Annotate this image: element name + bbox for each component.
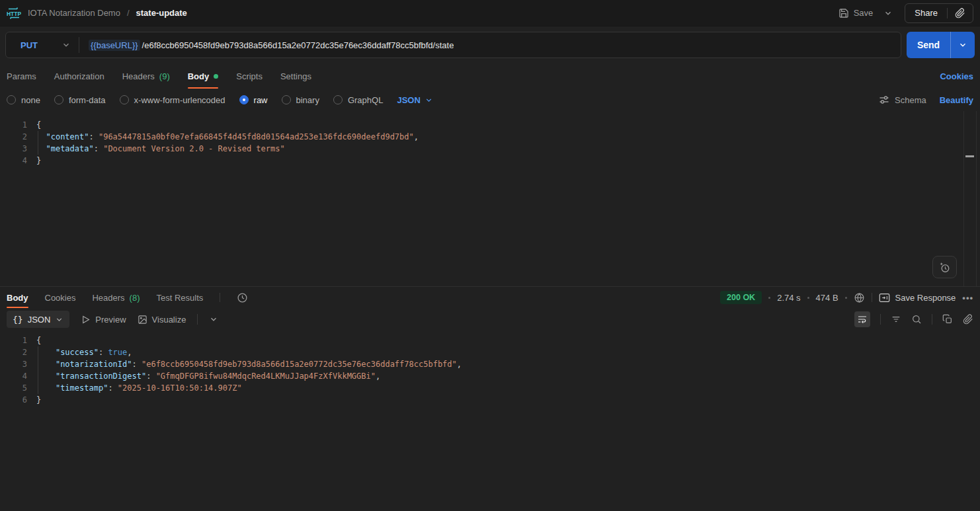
code-line: 4 "transactionDigest": "GfmqDFGP8ifwu84M… (0, 370, 980, 382)
url-bar: PUT {{baseURL}} /e6f8ccb6950458fd9eb793d… (5, 32, 901, 58)
method-dropdown[interactable]: PUT (6, 40, 79, 50)
save-options-button[interactable] (878, 5, 898, 22)
top-bar-actions: Save Share (833, 3, 973, 23)
cookies-link[interactable]: Cookies (940, 71, 973, 81)
image-icon (138, 315, 147, 325)
schema-label: Schema (895, 95, 926, 105)
chevron-down-icon (883, 9, 893, 18)
body-type-radio-graphql[interactable]: GraphQL (333, 95, 383, 105)
copy-button[interactable] (942, 314, 953, 325)
body-type-radio-binary[interactable]: binary (282, 95, 319, 105)
line-number: 1 (0, 334, 27, 346)
dot-separator (768, 297, 770, 299)
filter-button[interactable] (891, 314, 901, 325)
base-url-variable[interactable]: {{baseURL}} (89, 40, 140, 51)
indent-guide (38, 346, 38, 394)
tab-authorization[interactable]: Authorization (54, 63, 104, 89)
preview-button[interactable]: Preview (81, 315, 126, 325)
tab-body[interactable]: Body (188, 63, 219, 89)
radio-icon (282, 95, 291, 104)
line-content: "metadata": "Document Version 2.0 - Revi… (27, 143, 285, 155)
response-tab-headers[interactable]: Headers (8) (92, 287, 140, 308)
method-label: PUT (20, 40, 38, 50)
request-body-code: 1{2 "content": "96a5447815a0bf0e7efa6684… (0, 119, 980, 167)
response-body-code: 1{2 "success": true,3 "notarizationId": … (0, 334, 980, 406)
tab-label: Body (7, 293, 28, 303)
visualize-label: Visualize (152, 315, 186, 325)
tab-settings[interactable]: Settings (280, 63, 311, 89)
line-content: "notarizationId": "e6f8ccb6950458fd9eb79… (27, 358, 462, 370)
tab-label: Cookies (45, 293, 76, 303)
copy-link-button[interactable] (948, 8, 973, 19)
body-type-radio-urlencoded[interactable]: x-www-form-urlencoded (120, 95, 225, 105)
request-body-editor[interactable]: 1{2 "content": "96a5447815a0bf0e7efa6684… (0, 111, 980, 286)
beautify-button[interactable]: Beautify (940, 95, 973, 105)
response-meta: 200 OK 2.74 s 474 B (720, 291, 973, 304)
response-format-select[interactable]: {} JSON (7, 311, 69, 328)
chevron-down-icon (55, 315, 63, 324)
preview-label: Preview (95, 315, 126, 325)
divider (932, 314, 932, 325)
send-options-button[interactable] (950, 32, 975, 58)
link-button[interactable] (963, 314, 973, 325)
visualize-options-button[interactable] (209, 315, 218, 324)
response-body-viewer[interactable]: 1{2 "success": true,3 "notarizationId": … (0, 331, 980, 511)
url-input[interactable]: {{baseURL}} /e6f8ccb6950458fd9eb793d8a56… (79, 40, 454, 51)
app-window: HTTP IOTA Notarization Demo / state-upda… (0, 0, 980, 511)
schema-button[interactable]: Schema (879, 95, 926, 105)
sliders-icon (879, 95, 889, 105)
response-tab-cookies[interactable]: Cookies (45, 287, 76, 308)
code-line: 5 "timestamp": "2025-10-16T10:50:14.907Z… (0, 382, 980, 394)
save-button[interactable]: Save (833, 4, 879, 22)
body-language-select[interactable]: JSON (397, 95, 432, 105)
editor-scroll-edge (976, 111, 977, 286)
line-number: 5 (0, 382, 27, 394)
chevron-down-icon (425, 96, 433, 104)
send-button[interactable]: Send (907, 32, 950, 58)
body-type-radio-none[interactable]: none (7, 95, 40, 105)
line-content: "success": true, (27, 346, 132, 358)
tab-label: Authorization (54, 71, 104, 81)
response-time: 2.74 s (777, 293, 800, 303)
paperclip-icon (955, 8, 965, 19)
history-clock-icon (237, 292, 248, 303)
share-button[interactable]: Share (905, 8, 947, 18)
dot-separator (807, 297, 809, 299)
request-url-row: PUT {{baseURL}} /e6f8ccb6950458fd9eb793d… (0, 26, 980, 63)
line-content: } (27, 394, 41, 406)
response-tab-test-results[interactable]: Test Results (157, 287, 204, 308)
wrap-lines-button[interactable] (854, 311, 870, 327)
breadcrumb-request-name[interactable]: state-update (136, 8, 187, 18)
save-label: Save (854, 8, 874, 18)
tab-headers[interactable]: Headers (9) (122, 63, 170, 89)
tab-scripts[interactable]: Scripts (236, 63, 263, 89)
visualize-button[interactable]: Visualize (138, 315, 186, 325)
response-tab-body[interactable]: Body (7, 287, 28, 308)
tab-label: Scripts (236, 71, 263, 81)
chevron-down-icon (958, 40, 967, 50)
line-content: "timestamp": "2025-10-16T10:50:14.907Z" (27, 382, 242, 394)
radio-icon (333, 95, 343, 104)
network-info-button[interactable] (854, 292, 865, 303)
status-badge: 200 OK (720, 291, 762, 304)
more-actions-button[interactable]: ••• (962, 293, 973, 303)
play-icon (81, 315, 91, 325)
response-history-button[interactable] (237, 292, 248, 303)
tab-params[interactable]: Params (7, 63, 36, 89)
breadcrumb-collection[interactable]: IOTA Notarization Demo (28, 8, 120, 18)
editor-scrollbar[interactable] (965, 155, 974, 157)
body-type-radio-form-data[interactable]: form-data (54, 95, 106, 105)
postbot-button[interactable] (932, 256, 957, 278)
divider (220, 293, 220, 302)
http-request-icon: HTTP (7, 6, 21, 20)
save-response-button[interactable]: Save Response (879, 293, 956, 303)
breadcrumb: HTTP IOTA Notarization Demo / state-upda… (7, 6, 187, 20)
response-header: Body Cookies Headers (8) Test Results 20… (0, 287, 980, 308)
body-type-radio-raw[interactable]: raw (239, 95, 268, 105)
line-number: 4 (0, 155, 27, 167)
radio-label: raw (254, 95, 268, 105)
search-icon[interactable] (911, 314, 922, 325)
url-path: /e6f8ccb6950458fd9eb793d8a566d15a2e0772d… (142, 40, 454, 50)
line-number: 3 (0, 143, 27, 155)
code-line: 2 "content": "96a5447815a0bf0e7efa66845f… (0, 131, 980, 143)
